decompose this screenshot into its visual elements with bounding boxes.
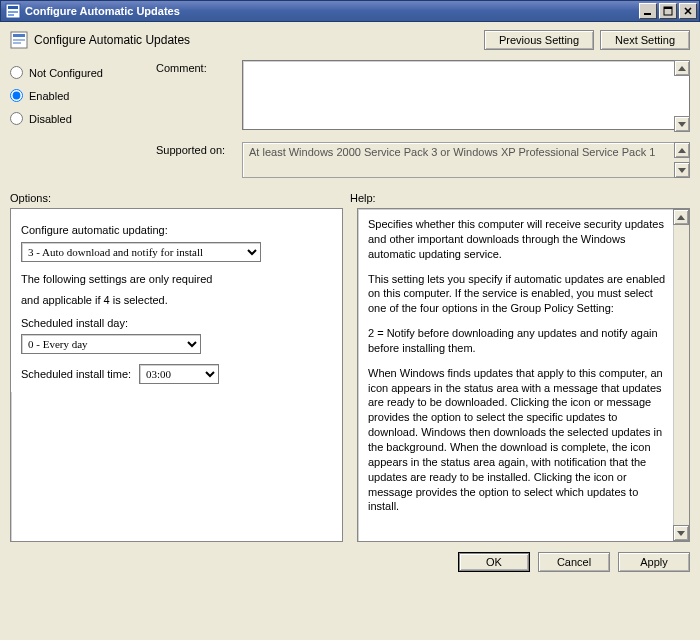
comment-textarea[interactable] xyxy=(242,60,690,130)
svg-rect-3 xyxy=(8,14,14,16)
help-heading: Help: xyxy=(350,192,690,204)
radio-label: Enabled xyxy=(29,90,69,102)
maximize-button[interactable] xyxy=(659,3,677,19)
radio-not-configured-input[interactable] xyxy=(10,66,23,79)
help-panel: Specifies whether this computer will rec… xyxy=(357,208,690,542)
radio-label: Disabled xyxy=(29,113,72,125)
install-day-select[interactable]: 0 - Every day xyxy=(21,334,201,354)
page-title: Configure Automatic Updates xyxy=(34,33,190,47)
previous-setting-button[interactable]: Previous Setting xyxy=(484,30,594,50)
app-icon xyxy=(5,3,21,19)
close-button[interactable] xyxy=(679,3,697,19)
help-paragraph: Specifies whether this computer will rec… xyxy=(368,217,667,262)
options-heading: Options: xyxy=(10,192,350,204)
radio-disabled-input[interactable] xyxy=(10,112,23,125)
scroll-down-button[interactable] xyxy=(674,162,690,178)
scroll-up-button[interactable] xyxy=(673,209,689,225)
install-time-label: Scheduled install time: xyxy=(21,367,131,382)
dialog-footer: OK Cancel Apply xyxy=(10,552,690,572)
policy-icon xyxy=(10,31,28,49)
install-time-select[interactable]: 03:00 xyxy=(139,364,219,384)
scroll-up-button[interactable] xyxy=(674,60,690,76)
svg-rect-4 xyxy=(644,13,651,15)
supported-on-text: At least Windows 2000 Service Pack 3 or … xyxy=(242,142,690,178)
supported-on-value: At least Windows 2000 Service Pack 3 or … xyxy=(249,146,655,158)
apply-button[interactable]: Apply xyxy=(618,552,690,572)
scroll-down-button[interactable] xyxy=(674,116,690,132)
svg-rect-8 xyxy=(13,34,25,37)
note-text: and applicable if 4 is selected. xyxy=(21,293,332,308)
state-radio-group: Not Configured Enabled Disabled xyxy=(10,60,150,178)
window-title: Configure Automatic Updates xyxy=(25,5,180,17)
next-setting-button[interactable]: Next Setting xyxy=(600,30,690,50)
comment-label: Comment: xyxy=(156,60,236,132)
radio-enabled[interactable]: Enabled xyxy=(10,89,150,102)
minimize-button[interactable] xyxy=(639,3,657,19)
svg-rect-6 xyxy=(664,7,672,9)
note-text: The following settings are only required xyxy=(21,272,332,287)
svg-rect-1 xyxy=(8,6,18,9)
scrollbar[interactable] xyxy=(673,209,689,541)
radio-disabled[interactable]: Disabled xyxy=(10,112,150,125)
install-day-label: Scheduled install day: xyxy=(21,316,332,331)
svg-rect-10 xyxy=(13,42,21,44)
radio-enabled-input[interactable] xyxy=(10,89,23,102)
help-paragraph: This setting lets you specify if automat… xyxy=(368,272,667,317)
help-paragraph: When Windows finds updates that apply to… xyxy=(368,366,667,514)
scroll-down-button[interactable] xyxy=(673,525,689,541)
svg-rect-9 xyxy=(13,39,25,41)
cancel-button[interactable]: Cancel xyxy=(538,552,610,572)
radio-label: Not Configured xyxy=(29,67,103,79)
titlebar: Configure Automatic Updates xyxy=(0,0,700,22)
svg-rect-2 xyxy=(8,11,18,13)
configure-updating-label: Configure automatic updating: xyxy=(21,223,332,238)
scroll-up-button[interactable] xyxy=(674,142,690,158)
supported-label: Supported on: xyxy=(156,142,236,178)
radio-not-configured[interactable]: Not Configured xyxy=(10,66,150,79)
options-panel: Configure automatic updating: 3 - Auto d… xyxy=(10,208,343,542)
help-paragraph: 2 = Notify before downloading any update… xyxy=(368,326,667,356)
ok-button[interactable]: OK xyxy=(458,552,530,572)
configure-updating-select[interactable]: 3 - Auto download and notify for install xyxy=(21,242,261,262)
